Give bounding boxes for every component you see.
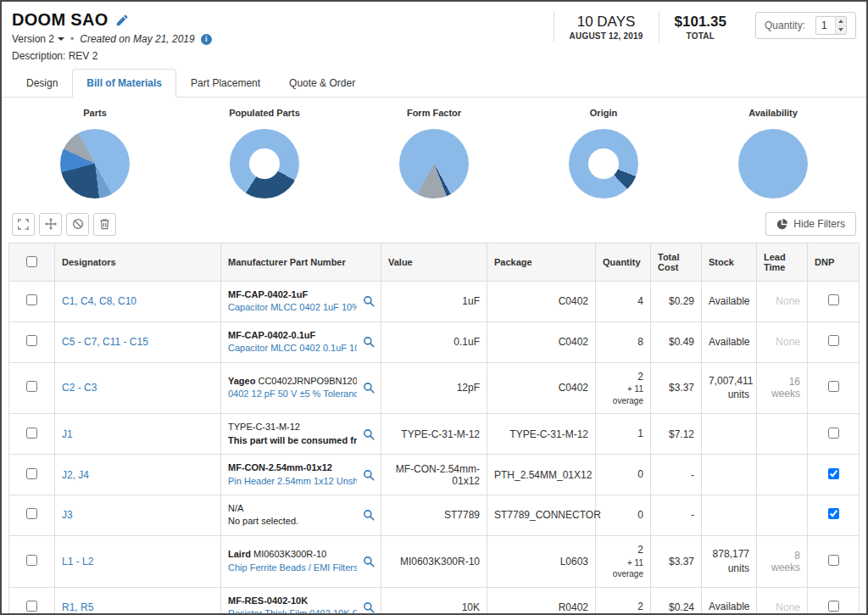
dnp-checkbox[interactable] — [828, 468, 839, 479]
select-all-cell — [9, 243, 55, 282]
dnp-cell — [808, 535, 860, 587]
row-select-checkbox[interactable] — [26, 555, 37, 566]
search-icon[interactable] — [363, 601, 375, 613]
package-cell: L0603 — [487, 535, 596, 587]
lead-time-stat: 10 DAYS AUGUST 12, 2019 — [554, 12, 659, 42]
row-select-checkbox[interactable] — [26, 508, 37, 519]
package-cell: PTH_2.54MM_01X12 — [487, 455, 596, 495]
table-row: L1 - L2Laird MI0603K300R-10Chip Ferrite … — [9, 535, 860, 587]
tab-bill-of-materials[interactable]: Bill of Materials — [72, 69, 176, 98]
stock-cell: 7,007,411 units — [702, 362, 757, 414]
package-cell: C0402 — [487, 282, 596, 322]
row-select-checkbox[interactable] — [26, 335, 37, 346]
mpn-line2[interactable]: Capacitor MLCC 0402 0.1uF 10% — [228, 342, 357, 355]
pencil-icon[interactable] — [116, 14, 128, 26]
mpn-line2[interactable]: Resistor Thick Film 0402 10K Ohm — [228, 607, 357, 615]
mpn-cell: MF-CAP-0402-1uFCapacitor MLCC 0402 1uF 1… — [221, 282, 381, 322]
designators-cell: R1, R5 — [55, 587, 221, 615]
mpn-line2: No part selected. — [228, 515, 357, 528]
quantity-input[interactable]: 1 — [815, 16, 847, 35]
designators-cell: C5 - C7, C11 - C15 — [55, 321, 221, 362]
tab-quote-order[interactable]: Quote & Order — [275, 69, 370, 98]
total-cost-cell: $3.37 — [651, 362, 702, 414]
column-header-quantity: Quantity — [596, 243, 651, 282]
designators-link[interactable]: J1 — [62, 428, 73, 440]
package-cell: ST7789_CONNECTOR — [487, 495, 596, 535]
search-icon[interactable] — [363, 556, 375, 567]
select-all-checkbox[interactable] — [26, 256, 37, 267]
package-cell: R0402 — [487, 587, 596, 615]
version-dropdown[interactable]: Version 2 — [12, 33, 64, 45]
package-cell: TYPE-C-31-M-12 — [487, 414, 596, 455]
dnp-checkbox[interactable] — [828, 601, 839, 612]
expand-button[interactable] — [12, 213, 35, 236]
row-select-checkbox[interactable] — [26, 381, 37, 392]
arrow-up-icon — [838, 20, 843, 23]
stepper-up-button[interactable] — [836, 17, 846, 25]
dnp-checkbox[interactable] — [828, 428, 839, 439]
delete-button[interactable] — [93, 213, 116, 236]
column-header-lead-time: Lead Time — [757, 243, 808, 282]
dnp-checkbox[interactable] — [828, 294, 839, 305]
arrow-down-icon — [838, 28, 843, 31]
lead-time-cell: None — [757, 321, 808, 362]
pie-chart-availability — [738, 129, 808, 198]
search-icon[interactable] — [363, 469, 375, 481]
column-header-package: Package — [487, 243, 596, 282]
mpn-line1: MF-CON-2.54mm-01x12 — [228, 461, 357, 474]
quantity-cell: 4 — [596, 282, 651, 322]
mpn-line2[interactable]: Chip Ferrite Beads / EMI Filters 30 — [228, 562, 357, 574]
value-cell: ST7789 — [381, 495, 487, 535]
dnp-checkbox[interactable] — [828, 381, 839, 392]
move-button[interactable] — [39, 213, 62, 236]
pie-chart-form-factor — [399, 129, 469, 198]
chart-populated-parts: Populated Parts — [180, 108, 349, 198]
designators-link[interactable]: C1, C4, C8, C10 — [62, 295, 136, 307]
info-icon[interactable] — [201, 34, 212, 45]
overage-value: + 11 — [603, 557, 643, 569]
mpn-line2[interactable]: Capacitor MLCC 0402 1uF 10% 16 — [228, 301, 357, 314]
designators-cell: J3 — [55, 495, 221, 535]
designators-link[interactable]: C5 - C7, C11 - C15 — [62, 336, 148, 348]
tab-design[interactable]: Design — [12, 69, 72, 98]
total-label: TOTAL — [675, 31, 726, 41]
mpn-line2[interactable]: 0402 12 pF 50 V ±5 % Tolerance N — [228, 388, 357, 400]
quantity-label: Quantity: — [765, 20, 805, 31]
designators-cell: C2 - C3 — [55, 362, 221, 414]
search-icon[interactable] — [363, 382, 375, 394]
tab-part-placement[interactable]: Part Placement — [176, 69, 275, 98]
total-cost-cell: $0.49 — [651, 321, 702, 362]
dnp-cell — [808, 587, 860, 615]
designators-link[interactable]: J2, J4 — [62, 469, 89, 481]
dnp-checkbox[interactable] — [828, 508, 839, 519]
designators-cell: J2, J4 — [55, 455, 221, 495]
dnp-checkbox[interactable] — [828, 555, 839, 566]
row-select-checkbox[interactable] — [26, 294, 37, 305]
row-select-checkbox[interactable] — [26, 601, 37, 612]
search-icon[interactable] — [363, 295, 375, 307]
dnp-cell — [808, 495, 860, 535]
search-icon[interactable] — [363, 509, 375, 521]
row-select-checkbox[interactable] — [26, 428, 37, 439]
designators-link[interactable]: J3 — [62, 509, 73, 521]
expand-icon — [18, 219, 29, 230]
quantity-value: 2 — [603, 600, 643, 614]
table-row: J3N/ANo part selected.ST7789ST7789_CONNE… — [9, 495, 860, 535]
hide-filters-button[interactable]: Hide Filters — [765, 212, 856, 236]
search-icon[interactable] — [363, 428, 375, 440]
mpn-line2[interactable]: Pin Header 2.54mm 1x12 Unshrou — [228, 475, 357, 488]
stepper-down-button[interactable] — [836, 25, 846, 35]
row-select-cell — [9, 282, 55, 322]
search-icon[interactable] — [363, 336, 375, 348]
designators-link[interactable]: L1 - L2 — [62, 556, 93, 567]
quantity-cell: 2+ 11overage — [596, 535, 651, 587]
value-cell: 1uF — [381, 282, 487, 322]
total-cost-cell: - — [651, 495, 702, 535]
row-select-checkbox[interactable] — [26, 468, 37, 479]
designators-link[interactable]: R1, R5 — [62, 601, 93, 613]
designators-link[interactable]: C2 - C3 — [62, 382, 97, 394]
pie-filter-icon — [776, 219, 787, 230]
quantity-value: 0 — [603, 508, 643, 523]
ban-button[interactable] — [66, 213, 89, 236]
dnp-checkbox[interactable] — [828, 335, 839, 346]
